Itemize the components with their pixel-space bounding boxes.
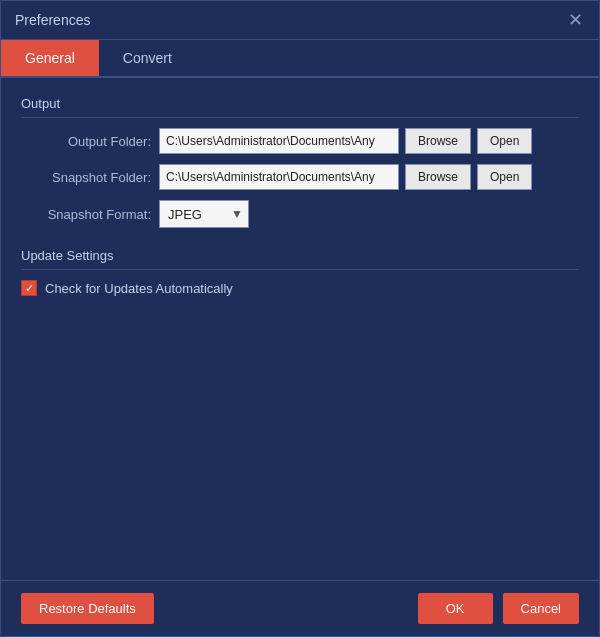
output-open-button[interactable]: Open xyxy=(477,128,532,154)
format-select-wrapper: JPEG PNG BMP ▼ xyxy=(159,200,249,228)
tab-convert[interactable]: Convert xyxy=(99,40,196,76)
checkmark-icon: ✓ xyxy=(25,283,34,294)
ok-button[interactable]: OK xyxy=(418,593,493,624)
tab-bar: General Convert xyxy=(1,40,599,78)
tab-general[interactable]: General xyxy=(1,40,99,76)
preferences-dialog: Preferences ✕ General Convert Output Out… xyxy=(0,0,600,637)
output-section: Output Output Folder: Browse Open Snapsh… xyxy=(21,96,579,228)
auto-update-checkbox[interactable]: ✓ xyxy=(21,280,37,296)
output-browse-button[interactable]: Browse xyxy=(405,128,471,154)
content-area: Output Output Folder: Browse Open Snapsh… xyxy=(1,78,599,580)
cancel-button[interactable]: Cancel xyxy=(503,593,579,624)
snapshot-format-select[interactable]: JPEG PNG BMP xyxy=(159,200,249,228)
output-section-title: Output xyxy=(21,96,579,118)
snapshot-open-button[interactable]: Open xyxy=(477,164,532,190)
auto-update-label: Check for Updates Automatically xyxy=(45,281,233,296)
auto-update-row[interactable]: ✓ Check for Updates Automatically xyxy=(21,280,579,296)
snapshot-folder-input[interactable] xyxy=(159,164,399,190)
footer: Restore Defaults OK Cancel xyxy=(1,580,599,636)
restore-defaults-button[interactable]: Restore Defaults xyxy=(21,593,154,624)
title-bar: Preferences ✕ xyxy=(1,1,599,40)
close-button[interactable]: ✕ xyxy=(566,11,585,29)
dialog-title: Preferences xyxy=(15,12,90,28)
snapshot-format-row: Snapshot Format: JPEG PNG BMP ▼ xyxy=(21,200,579,228)
snapshot-browse-button[interactable]: Browse xyxy=(405,164,471,190)
snapshot-folder-row: Snapshot Folder: Browse Open xyxy=(21,164,579,190)
output-folder-row: Output Folder: Browse Open xyxy=(21,128,579,154)
update-section: Update Settings ✓ Check for Updates Auto… xyxy=(21,248,579,296)
update-section-title: Update Settings xyxy=(21,248,579,270)
output-folder-input[interactable] xyxy=(159,128,399,154)
snapshot-format-label: Snapshot Format: xyxy=(21,207,151,222)
snapshot-folder-label: Snapshot Folder: xyxy=(21,170,151,185)
footer-right-buttons: OK Cancel xyxy=(418,593,579,624)
output-folder-label: Output Folder: xyxy=(21,134,151,149)
